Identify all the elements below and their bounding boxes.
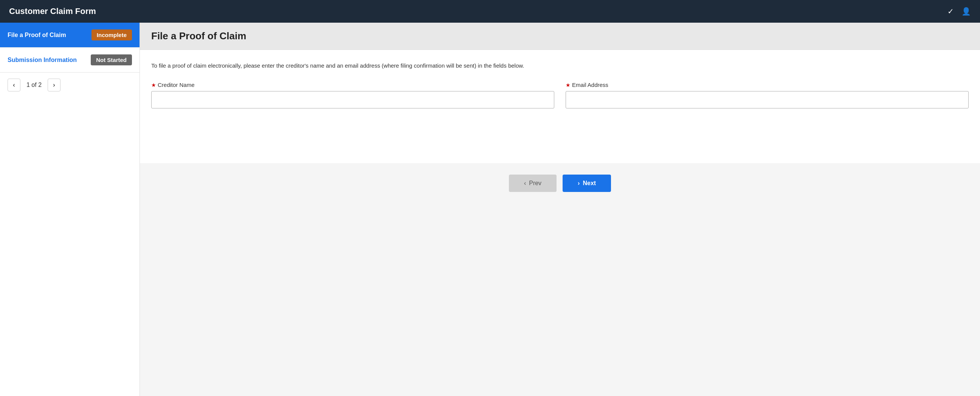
pagination: ‹ 1 of 2 › [0, 73, 140, 98]
content-header: File a Proof of Claim [140, 23, 980, 50]
badge-not-started: Not Started [91, 54, 132, 65]
creditor-name-input[interactable] [151, 91, 554, 108]
next-page-button[interactable]: › [48, 79, 60, 92]
creditor-name-label-text: Creditor Name [158, 82, 195, 88]
next-label: Next [582, 180, 596, 187]
content-area: File a Proof of Claim To file a proof of… [140, 23, 980, 396]
content-body: To file a proof of claim electronically,… [140, 50, 980, 163]
next-icon: › [578, 180, 580, 187]
email-address-label-text: Email Address [572, 82, 608, 88]
email-address-required-star: ★ [566, 82, 571, 88]
creditor-name-label: ★ Creditor Name [151, 82, 554, 88]
sidebar-item-submission[interactable]: Submission Information Not Started [0, 48, 140, 73]
email-address-input[interactable] [566, 91, 969, 108]
sidebar: File a Proof of Claim Incomplete Submiss… [0, 23, 140, 396]
badge-incomplete: Incomplete [92, 30, 132, 40]
page-info: 1 of 2 [24, 82, 45, 89]
footer-buttons: ‹ Prev › Next [140, 163, 980, 203]
sidebar-item-label-submission: Submission Information [8, 57, 77, 63]
user-icon[interactable]: 👤 [961, 7, 971, 16]
next-button[interactable]: › Next [563, 174, 611, 192]
app-header: Customer Claim Form ✓ 👤 [0, 0, 980, 23]
check-icon[interactable]: ✓ [948, 7, 954, 16]
form-row: ★ Creditor Name ★ Email Address [151, 82, 969, 108]
email-address-group: ★ Email Address [566, 82, 969, 108]
prev-page-button[interactable]: ‹ [8, 79, 21, 92]
creditor-name-group: ★ Creditor Name [151, 82, 554, 108]
content-title: File a Proof of Claim [151, 30, 969, 42]
sidebar-item-file-claim[interactable]: File a Proof of Claim Incomplete [0, 23, 140, 48]
prev-button[interactable]: ‹ Prev [509, 174, 557, 192]
email-address-label: ★ Email Address [566, 82, 969, 88]
content-description: To file a proof of claim electronically,… [151, 61, 969, 70]
creditor-name-required-star: ★ [151, 82, 156, 88]
main-layout: File a Proof of Claim Incomplete Submiss… [0, 23, 980, 396]
header-icons: ✓ 👤 [948, 7, 971, 16]
prev-label: Prev [529, 180, 541, 187]
sidebar-item-label-file-claim: File a Proof of Claim [8, 32, 66, 38]
app-title: Customer Claim Form [9, 6, 96, 16]
prev-icon: ‹ [524, 180, 526, 187]
